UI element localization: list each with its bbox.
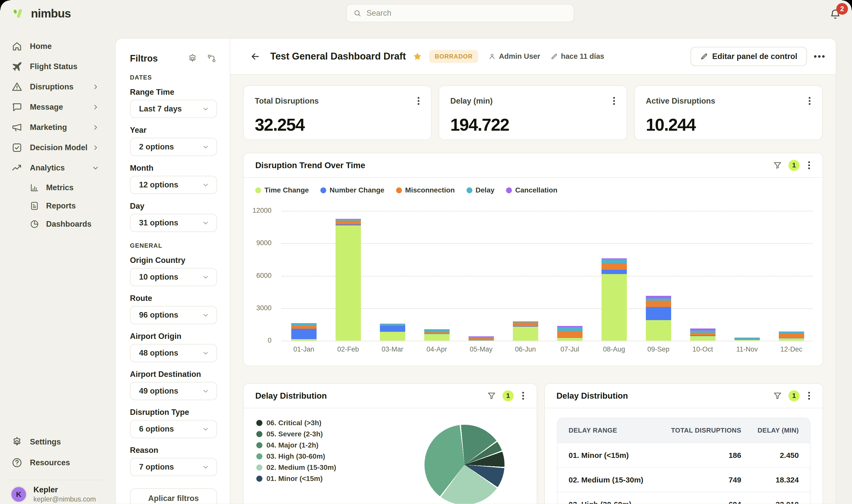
bar-segment-number-change [601, 270, 627, 274]
sidebar-item-label: Marketing [30, 123, 67, 132]
bar-segment-cancellation [557, 326, 582, 327]
table-header-cell[interactable]: TOTAL DISRUPTIONS [670, 427, 741, 434]
filter-select-value: 49 options [139, 386, 178, 396]
author-meta: Admin User [488, 52, 540, 60]
chevron-right-icon [90, 103, 101, 111]
filter-count-badge[interactable]: 1 [503, 390, 514, 401]
pie-legend-item-01-minor-15m-[interactable]: 01. Minor (<15m) [256, 475, 336, 483]
brand-logo[interactable]: nimbus [11, 5, 71, 21]
notifications-button[interactable]: 2 [828, 4, 847, 24]
bar-segment-cancellation [690, 328, 715, 331]
sidebar-item-settings[interactable]: Settings [0, 435, 111, 449]
more-options-button[interactable] [818, 55, 821, 58]
filter-select-disruption-type[interactable]: 6 options [130, 420, 217, 438]
sidebar-item-message[interactable]: Message [0, 100, 111, 114]
gridline [282, 243, 813, 244]
y-axis-label: 6000 [243, 272, 272, 280]
sidebar-item-decision-model[interactable]: Decision Model [0, 140, 111, 155]
table-row[interactable]: 01. Minor (<15m)1862.450 [558, 443, 810, 467]
filter-field-airport-destination: Airport Destination49 options [130, 370, 217, 400]
table-row[interactable]: 02. Medium (15-30m)74918.324 [558, 467, 810, 492]
sidebar-item-marketing[interactable]: Marketing [0, 120, 111, 135]
filter-select-airport-destination[interactable]: 49 options [130, 382, 217, 400]
card-menu-button[interactable] [613, 100, 615, 102]
sidebar-item-analytics[interactable]: Analytics [0, 161, 111, 175]
filters-workflow-icon[interactable] [206, 53, 217, 64]
sidebar-item-resources[interactable]: Resources [0, 455, 111, 470]
pencil-icon [550, 53, 558, 60]
y-axis-label: 12000 [243, 207, 272, 215]
search-bar[interactable] [346, 4, 574, 22]
bar-segment-misconnection [424, 332, 450, 334]
pie-legend-item-05-severe-2-3h-[interactable]: 05. Severe (2-3h) [256, 430, 336, 438]
sidebar-item-home[interactable]: Home [0, 39, 111, 54]
x-axis-label: 10-Oct [681, 345, 725, 353]
x-axis-label: 06-Jun [503, 345, 548, 353]
table-header-cell[interactable]: DELAY RANGE [568, 427, 670, 434]
bar-segment-time-change [557, 338, 582, 341]
card-menu-button[interactable] [522, 395, 524, 397]
table-header-cell[interactable]: DELAY (MIN) [741, 427, 799, 434]
table-cell: 01. Minor (<15m) [568, 451, 670, 460]
card-menu-button[interactable] [418, 100, 419, 102]
card-menu-button[interactable] [808, 395, 810, 397]
favorite-star-icon[interactable] [413, 52, 422, 61]
bar-segment-time-change [424, 334, 450, 341]
filters-title: Filtros [130, 53, 158, 64]
bar-segment-time-change [779, 338, 804, 341]
filter-select-value: 2 options [139, 142, 174, 151]
filter-field-day: Day31 options [130, 202, 217, 232]
bar-segment-number-change [646, 307, 671, 320]
edit-dashboard-button[interactable]: Editar panel de control [690, 47, 807, 66]
filter-funnel-icon[interactable] [487, 391, 496, 401]
filter-label: Range Time [130, 88, 217, 97]
filter-select-day[interactable]: 31 options [130, 214, 217, 232]
filter-select-origin-country[interactable]: 10 options [130, 268, 217, 286]
filter-label: Day [130, 202, 217, 211]
pie-legend-item-04-major-1-2h-[interactable]: 04. Major (1-2h) [256, 442, 336, 449]
search-input[interactable] [366, 8, 567, 18]
card-menu-button[interactable] [808, 164, 810, 166]
filter-funnel-icon[interactable] [773, 161, 782, 170]
kpi-value: 32.254 [255, 115, 421, 134]
brand-name: nimbus [31, 6, 71, 20]
filter-count-badge[interactable]: 1 [788, 160, 800, 171]
apply-filters-button[interactable]: Aplicar filtros [130, 488, 217, 504]
user-name: Kepler [33, 485, 96, 494]
pie-legend-item-02-medium-15-30m-[interactable]: 02. Medium (15-30m) [256, 464, 336, 471]
filter-funnel-icon[interactable] [773, 391, 782, 401]
filter-select-month[interactable]: 12 options [130, 176, 217, 194]
sidebar-nav: HomeFlight StatusDisruptionsMessageMarke… [0, 39, 111, 236]
filter-count-badge[interactable]: 1 [788, 390, 800, 401]
sidebar-item-dashboards[interactable]: Dashboards [0, 217, 111, 231]
bar-segment-delay [601, 259, 627, 264]
bar-segment-delay [779, 332, 804, 334]
filters-settings-icon[interactable] [187, 53, 198, 64]
pie-legend-item-06-critical-3h-[interactable]: 06. Critical (>3h) [256, 419, 336, 427]
filter-field-route: Route96 options [130, 294, 217, 324]
back-button[interactable] [250, 51, 260, 62]
sidebar-item-disruptions[interactable]: Disruptions [0, 79, 111, 94]
filter-select-year[interactable]: 2 options [130, 138, 217, 156]
legend-dot [256, 431, 262, 437]
filter-select-route[interactable]: 96 options [130, 306, 217, 324]
filter-label: Route [130, 294, 217, 303]
filter-select-range-time[interactable]: Last 7 days [130, 100, 217, 118]
bar-segment-misconnection [291, 325, 316, 329]
filter-select-reason[interactable]: 7 options [130, 458, 217, 476]
stacked-bar-chart: 03000600090001200001-Jan02-Feb03-Mar04-A… [243, 178, 822, 366]
bar-segment-cancellation [601, 258, 627, 259]
sidebar-item-reports[interactable]: Reports [0, 199, 111, 213]
table-row[interactable]: 03. High (30-60m)69432.010 [558, 492, 810, 504]
pie-legend-item-03-high-30-60m-[interactable]: 03. High (30-60m) [256, 453, 336, 460]
bar-segment-cancellation [424, 329, 450, 329]
sidebar-item-metrics[interactable]: Metrics [0, 181, 111, 195]
filter-label: Year [130, 126, 217, 135]
chevron-down-icon [202, 105, 210, 113]
card-menu-button[interactable] [809, 100, 811, 102]
filter-select-airport-origin[interactable]: 48 options [130, 344, 217, 362]
person-icon [488, 53, 496, 60]
bar-segment-misconnection [690, 333, 715, 336]
user-profile[interactable]: K Kepler kepler@nimbus.com [10, 485, 106, 503]
sidebar-item-flight-status[interactable]: Flight Status [0, 59, 111, 74]
